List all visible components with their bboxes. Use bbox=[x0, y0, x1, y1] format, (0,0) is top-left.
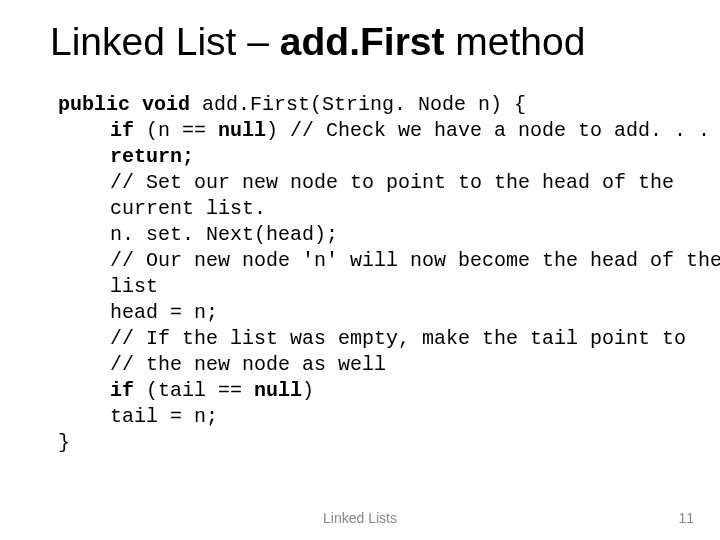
code-kw: if bbox=[110, 379, 146, 402]
code-text: current list. bbox=[110, 197, 266, 220]
slide-title: Linked List – add.First method bbox=[50, 20, 670, 64]
code-kw: public void bbox=[58, 93, 202, 116]
code-block: public void add.First(String. Node n) { … bbox=[58, 92, 670, 456]
code-text: ) bbox=[302, 379, 314, 402]
code-indent: if (n == null) // Check we have a node t… bbox=[110, 118, 670, 430]
code-kw: null bbox=[218, 119, 266, 142]
code-text: } bbox=[58, 431, 70, 454]
code-text: // Our new node 'n' will now become the … bbox=[110, 249, 720, 272]
code-text: (tail == bbox=[146, 379, 254, 402]
code-text: // If the list was empty, make the tail … bbox=[110, 327, 686, 350]
code-text: (n == bbox=[146, 119, 218, 142]
title-suffix: method bbox=[445, 20, 586, 63]
code-text: head = n; bbox=[110, 301, 218, 324]
slide: Linked List – add.First method public vo… bbox=[0, 0, 720, 540]
code-kw: if bbox=[110, 119, 146, 142]
code-text: list bbox=[110, 275, 158, 298]
code-kw: null bbox=[254, 379, 302, 402]
title-prefix: Linked List – bbox=[50, 20, 280, 63]
page-number: 11 bbox=[678, 510, 694, 526]
code-text: tail = n; bbox=[110, 405, 218, 428]
code-text: add.First(String. Node n) { bbox=[202, 93, 526, 116]
code-text: n. set. Next(head); bbox=[110, 223, 338, 246]
footer-center: Linked Lists bbox=[0, 510, 720, 526]
code-text: // Set our new node to point to the head… bbox=[110, 171, 674, 194]
code-text: ) // Check we have a node to add. . . bbox=[266, 119, 710, 142]
title-accent: add.First bbox=[280, 20, 445, 63]
code-kw: return; bbox=[110, 145, 194, 168]
code-text: // the new node as well bbox=[110, 353, 386, 376]
